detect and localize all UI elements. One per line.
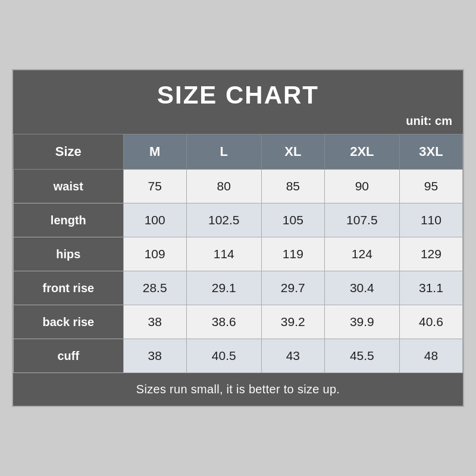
chart-title: SIZE CHART (13, 70, 463, 114)
cell-value: 114 (186, 237, 261, 271)
cell-value: 39.9 (324, 305, 399, 339)
cell-value: 75 (123, 170, 186, 203)
cell-value: 48 (399, 339, 462, 373)
row-label-back-rise: back rise (14, 305, 124, 339)
cell-value: 31.1 (399, 271, 462, 305)
table-row: cuff3840.54345.548 (14, 339, 463, 373)
cell-value: 119 (261, 237, 324, 271)
size-chart: SIZE CHART unit: cm SizeMLXL2XL3XL waist… (12, 69, 464, 407)
cell-value: 105 (261, 203, 324, 237)
cell-value: 28.5 (123, 271, 186, 305)
cell-value: 38 (123, 339, 186, 373)
size-column-header: Size (14, 134, 124, 170)
cell-value: 85 (261, 170, 324, 203)
table-row: back rise3838.639.239.940.6 (14, 305, 463, 339)
cell-value: 40.5 (186, 339, 261, 373)
cell-value: 43 (261, 339, 324, 373)
cell-value: 102.5 (186, 203, 261, 237)
cell-value: 39.2 (261, 305, 324, 339)
cell-value: 109 (123, 237, 186, 271)
row-label-cuff: cuff (14, 339, 124, 373)
cell-value: 124 (324, 237, 399, 271)
table-row: hips109114119124129 (14, 237, 463, 271)
cell-value: 90 (324, 170, 399, 203)
unit-label: unit: cm (13, 114, 463, 134)
row-label-waist: waist (14, 170, 124, 203)
table-row: waist7580859095 (14, 170, 463, 203)
cell-value: 95 (399, 170, 462, 203)
cell-value: 107.5 (324, 203, 399, 237)
row-label-length: length (14, 203, 124, 237)
cell-value: 29.7 (261, 271, 324, 305)
footer-note: Sizes run small, it is better to size up… (13, 373, 463, 406)
size-table: SizeMLXL2XL3XL waist7580859095length1001… (13, 134, 463, 373)
column-header-xl: XL (261, 134, 324, 170)
column-header-m: M (123, 134, 186, 170)
table-header-row: SizeMLXL2XL3XL (14, 134, 463, 170)
column-header-2xl: 2XL (324, 134, 399, 170)
cell-value: 110 (399, 203, 462, 237)
cell-value: 30.4 (324, 271, 399, 305)
cell-value: 38.6 (186, 305, 261, 339)
row-label-hips: hips (14, 237, 124, 271)
cell-value: 100 (123, 203, 186, 237)
row-label-front-rise: front rise (14, 271, 124, 305)
cell-value: 129 (399, 237, 462, 271)
column-header-l: L (186, 134, 261, 170)
cell-value: 40.6 (399, 305, 462, 339)
cell-value: 38 (123, 305, 186, 339)
table-row: front rise28.529.129.730.431.1 (14, 271, 463, 305)
cell-value: 80 (186, 170, 261, 203)
cell-value: 45.5 (324, 339, 399, 373)
column-header-3xl: 3XL (399, 134, 462, 170)
cell-value: 29.1 (186, 271, 261, 305)
table-row: length100102.5105107.5110 (14, 203, 463, 237)
table-body: waist7580859095length100102.5105107.5110… (14, 170, 463, 373)
